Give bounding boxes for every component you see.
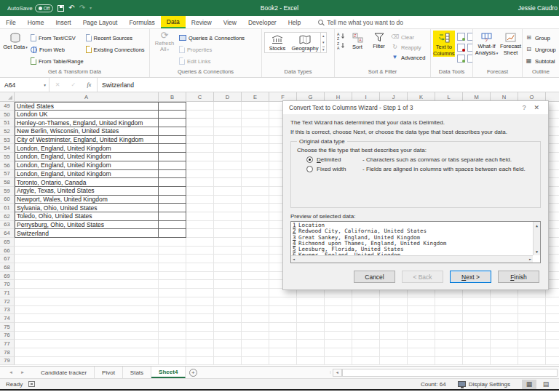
cell-C69[interactable] xyxy=(186,272,214,281)
gallery-more-icon[interactable]: ▾ xyxy=(322,47,325,52)
cell-A60[interactable]: Newport, Wales, United Kingdom xyxy=(15,196,159,204)
gallery-up-icon[interactable]: ▴ xyxy=(322,33,325,38)
cell-C77[interactable] xyxy=(186,340,214,348)
cell-K72[interactable] xyxy=(408,297,435,306)
delimited-label[interactable]: Delimited xyxy=(317,156,359,163)
cell-B52[interactable] xyxy=(159,127,186,136)
column-header-B[interactable]: B xyxy=(159,92,186,101)
fixed-width-label[interactable]: Fixed width xyxy=(317,166,359,172)
tab-help[interactable]: Help xyxy=(282,16,306,28)
row-header-73[interactable]: 73 xyxy=(0,306,15,315)
cell-A68[interactable] xyxy=(15,263,159,272)
cell-F79[interactable] xyxy=(269,357,297,366)
cell-O78[interactable] xyxy=(518,348,546,357)
cell-E56[interactable] xyxy=(242,161,269,170)
cell-E78[interactable] xyxy=(242,348,269,357)
cell-D72[interactable] xyxy=(214,297,242,306)
cell-B62[interactable] xyxy=(159,212,186,221)
cell-M73[interactable] xyxy=(463,306,491,315)
select-all-corner[interactable] xyxy=(0,92,15,101)
cell-I72[interactable] xyxy=(352,297,380,306)
cell-C73[interactable] xyxy=(186,306,214,315)
cell-B57[interactable] xyxy=(159,170,186,179)
cell-A74[interactable] xyxy=(15,314,159,323)
cell-E71[interactable] xyxy=(242,289,269,297)
row-header-61[interactable]: 61 xyxy=(0,204,15,212)
cell-A75[interactable] xyxy=(15,323,159,332)
cell-E55[interactable] xyxy=(242,153,269,161)
cell-B78[interactable] xyxy=(159,348,186,357)
row-header-51[interactable]: 51 xyxy=(0,119,15,127)
cell-E61[interactable] xyxy=(242,204,269,212)
from-web-button[interactable]: From Web xyxy=(31,44,84,55)
cell-J72[interactable] xyxy=(380,297,408,306)
scroll-down-icon[interactable]: ▼ xyxy=(536,249,538,255)
cell-K75[interactable] xyxy=(408,323,435,332)
cell-J79[interactable] xyxy=(380,357,408,366)
row-header-66[interactable]: 66 xyxy=(0,247,15,255)
cell-E62[interactable] xyxy=(242,212,269,221)
cell-C55[interactable] xyxy=(186,153,214,161)
normal-view-icon[interactable]: ▦ xyxy=(522,380,536,389)
cell-E68[interactable] xyxy=(242,263,269,272)
cell-A51[interactable]: Henley-on-Thames, England, United Kingdo… xyxy=(15,119,159,127)
cell-B68[interactable] xyxy=(159,263,186,272)
cell-A76[interactable] xyxy=(15,332,159,340)
tab-file[interactable]: File xyxy=(0,16,22,28)
tab-view[interactable]: View xyxy=(218,16,242,28)
cell-B69[interactable] xyxy=(159,272,186,281)
cell-B76[interactable] xyxy=(159,332,186,340)
preview-horizontal-scrollbar[interactable]: ◄ ► xyxy=(291,255,533,263)
subtotal-button[interactable]: ▦Subtotal xyxy=(525,55,556,67)
cell-E66[interactable] xyxy=(242,247,269,255)
cell-L76[interactable] xyxy=(435,332,463,340)
cell-C58[interactable] xyxy=(186,178,214,187)
cell-A49[interactable]: United States xyxy=(15,102,159,111)
cell-I76[interactable] xyxy=(352,332,380,340)
sort-button[interactable]: ZA Sort xyxy=(348,31,367,51)
row-header-56[interactable]: 56 xyxy=(0,161,15,170)
cell-J74[interactable] xyxy=(380,314,408,323)
cell-A63[interactable]: Perrysburg, Ohio, United States xyxy=(15,221,159,230)
cell-B54[interactable] xyxy=(159,144,186,153)
cell-M74[interactable] xyxy=(463,314,491,323)
cell-B77[interactable] xyxy=(159,340,186,348)
cell-C74[interactable] xyxy=(186,314,214,323)
cell-A65[interactable] xyxy=(15,238,159,247)
cell-D67[interactable] xyxy=(214,255,242,263)
cell-E57[interactable] xyxy=(242,170,269,179)
cell-E75[interactable] xyxy=(242,323,269,332)
text-to-columns-button[interactable]: Text to Columns xyxy=(433,31,455,57)
cell-F78[interactable] xyxy=(269,348,297,357)
cell-A69[interactable] xyxy=(15,272,159,281)
row-header-57[interactable]: 57 xyxy=(0,170,15,179)
cell-E67[interactable] xyxy=(242,255,269,263)
cell-C62[interactable] xyxy=(186,212,214,221)
row-header-77[interactable]: 77 xyxy=(0,340,15,348)
cell-D49[interactable] xyxy=(214,102,242,111)
scroll-left-icon[interactable]: ◄ xyxy=(333,369,342,377)
cell-J78[interactable] xyxy=(380,348,408,357)
forecast-sheet-button[interactable]: Forecast Sheet xyxy=(500,31,521,56)
cell-H72[interactable] xyxy=(325,297,352,306)
cell-B73[interactable] xyxy=(159,306,186,315)
cell-D79[interactable] xyxy=(214,357,242,366)
cell-O74[interactable] xyxy=(518,314,546,323)
cell-E74[interactable] xyxy=(242,314,269,323)
cell-F75[interactable] xyxy=(269,323,297,332)
cell-B51[interactable] xyxy=(159,119,186,127)
cell-M75[interactable] xyxy=(463,323,491,332)
cell-K74[interactable] xyxy=(408,314,435,323)
scroll-left-icon[interactable]: ◄ xyxy=(293,256,295,262)
cell-E70[interactable] xyxy=(242,280,269,289)
cell-M79[interactable] xyxy=(463,357,491,366)
cell-C50[interactable] xyxy=(186,111,214,119)
cell-D76[interactable] xyxy=(214,332,242,340)
cell-N76[interactable] xyxy=(491,332,518,340)
sheet-tab-candidate-tracker[interactable]: Candidate tracker xyxy=(33,367,95,378)
refresh-all-button[interactable]: ⟳ Refresh All▾ xyxy=(152,31,177,53)
cell-K77[interactable] xyxy=(408,340,435,348)
add-sheet-button[interactable]: + xyxy=(186,367,200,378)
cell-E64[interactable] xyxy=(242,229,269,238)
cell-M72[interactable] xyxy=(463,297,491,306)
